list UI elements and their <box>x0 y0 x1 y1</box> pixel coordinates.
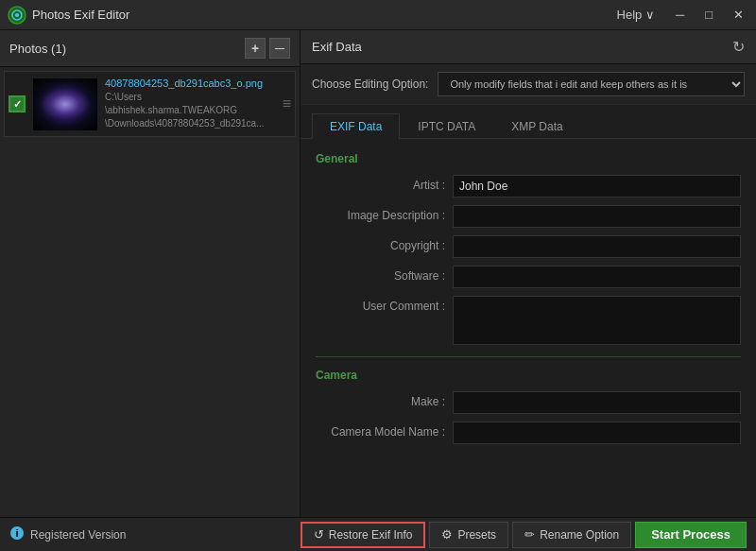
restore-icon: ↺ <box>314 527 324 542</box>
restore-exif-label: Restore Exif Info <box>329 528 413 542</box>
image-desc-input[interactable] <box>453 205 741 228</box>
tab-xmp-data[interactable]: XMP Data <box>493 113 580 139</box>
presets-button[interactable]: ⚙ Presets <box>429 522 508 548</box>
photos-header: Photos (1) + ─ <box>0 30 300 67</box>
help-button[interactable]: Help ∨ <box>612 6 660 24</box>
tabs-bar: EXIF Data IPTC DATA XMP Data <box>301 105 756 139</box>
photo-info: 40878804253_db291cabc3_o.png C:\Users \a… <box>105 77 291 130</box>
add-photo-button[interactable]: + <box>245 38 266 59</box>
user-comment-label: User Comment : <box>316 296 453 313</box>
titlebar-left: Photos Exif Editor <box>8 6 129 25</box>
minimize-button[interactable]: ─ <box>671 6 689 24</box>
photo-checkbox[interactable] <box>9 95 26 112</box>
exif-header: Exif Data ↻ <box>301 30 756 64</box>
right-panel: Exif Data ↻ Choose Editing Option: Only … <box>301 30 756 517</box>
camera-model-label: Camera Model Name : <box>316 422 453 439</box>
camera-model-field-row: Camera Model Name : <box>316 422 741 444</box>
image-desc-field-row: Image Description : <box>316 205 741 228</box>
presets-icon: ⚙ <box>441 527 453 542</box>
photo-thumbnail <box>33 78 97 130</box>
status-right: ↺ Restore Exif Info ⚙ Presets ✏ Rename O… <box>301 522 747 548</box>
thumbnail-image <box>33 78 97 130</box>
photos-title: Photos (1) <box>9 42 66 56</box>
tab-exif-data[interactable]: EXIF Data <box>312 113 400 139</box>
status-left: i Registered Version <box>9 525 126 543</box>
photos-list: 40878804253_db291cabc3_o.png C:\Users \a… <box>0 67 300 517</box>
left-panel: Photos (1) + ─ 40878804253_db291cabc3_o.… <box>0 30 301 517</box>
software-field-row: Software : <box>316 266 741 288</box>
list-item[interactable]: 40878804253_db291cabc3_o.png C:\Users \a… <box>4 71 296 137</box>
make-label: Make : <box>316 391 453 408</box>
svg-point-2 <box>15 13 19 17</box>
photos-controls: + ─ <box>245 38 290 59</box>
software-label: Software : <box>316 266 453 283</box>
maximize-button[interactable]: □ <box>700 6 717 24</box>
status-icon: i <box>9 525 25 543</box>
start-process-button[interactable]: Start Process <box>635 522 747 548</box>
photo-path: C:\Users \abhishek.sharma.TWEAKORG \Down… <box>105 91 291 130</box>
app-icon <box>8 6 26 25</box>
statusbar: i Registered Version ↺ Restore Exif Info… <box>0 517 756 551</box>
photo-menu-icon[interactable]: ≡ <box>283 95 291 112</box>
camera-section-title: Camera <box>316 369 741 382</box>
editing-option-bar: Choose Editing Option: Only modify field… <box>301 64 756 105</box>
user-comment-input[interactable] <box>453 296 741 345</box>
artist-field-row: Artist : <box>316 175 741 198</box>
editing-option-label: Choose Editing Option: <box>312 77 428 91</box>
copyright-field-row: Copyright : <box>316 235 741 258</box>
app-title: Photos Exif Editor <box>32 8 129 22</box>
rename-option-button[interactable]: ✏ Rename Option <box>512 522 631 548</box>
software-input[interactable] <box>453 266 741 288</box>
general-section-title: General <box>316 152 741 165</box>
copyright-label: Copyright : <box>316 235 453 252</box>
titlebar-controls: Help ∨ ─ □ ✕ <box>612 6 748 24</box>
exif-panel-title: Exif Data <box>312 40 362 54</box>
rename-option-label: Rename Option <box>540 528 619 542</box>
svg-text:i: i <box>15 527 18 539</box>
remove-photo-button[interactable]: ─ <box>269 38 290 59</box>
user-comment-field-row: User Comment : <box>316 296 741 345</box>
exif-content: General Artist : Image Description : Cop… <box>301 139 756 517</box>
section-divider <box>316 356 741 357</box>
restore-exif-button[interactable]: ↺ Restore Exif Info <box>301 522 426 548</box>
tab-iptc-data[interactable]: IPTC DATA <box>400 113 493 139</box>
presets-label: Presets <box>457 528 496 542</box>
make-field-row: Make : <box>316 391 741 414</box>
copyright-input[interactable] <box>453 235 741 258</box>
rename-icon: ✏ <box>524 527 535 542</box>
editing-option-select[interactable]: Only modify fields that i edit and keep … <box>438 72 745 96</box>
status-text: Registered Version <box>30 528 126 542</box>
camera-model-input[interactable] <box>453 422 741 444</box>
make-input[interactable] <box>453 391 741 414</box>
artist-label: Artist : <box>316 175 453 192</box>
main-layout: Photos (1) + ─ 40878804253_db291cabc3_o.… <box>0 30 756 517</box>
titlebar: Photos Exif Editor Help ∨ ─ □ ✕ <box>0 0 756 30</box>
photo-name: 40878804253_db291cabc3_o.png <box>105 77 291 89</box>
image-desc-label: Image Description : <box>316 205 453 222</box>
refresh-button[interactable]: ↻ <box>732 38 745 56</box>
close-button[interactable]: ✕ <box>729 6 748 24</box>
artist-input[interactable] <box>453 175 741 198</box>
